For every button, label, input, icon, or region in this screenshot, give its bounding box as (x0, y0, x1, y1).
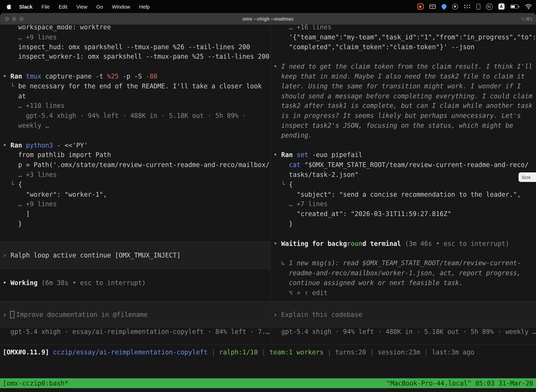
wifi-icon[interactable] (525, 4, 532, 9)
input-source-icon[interactable]: A (498, 3, 504, 9)
text-segment: (6m 38s • esc to interrupt) (38, 279, 146, 286)
prompt-input-right[interactable]: › Explain this codebase (271, 301, 536, 328)
terminal-line: should send a message before completing … (273, 91, 536, 101)
screen-recording-stop-icon[interactable] (417, 3, 423, 9)
prompt-input-left[interactable]: › Improve documentation in @filename (0, 301, 270, 328)
text-segment: gpt-5.4 xhigh · essay/ai-reimplementatio… (3, 328, 270, 335)
screen: Slack FileEditViewGoWindowHelp 61 A (0, 0, 536, 392)
screen-capture-overlay[interactable]: Scre (519, 173, 536, 182)
window-titlebar[interactable]: × − + omx --xhigh --madmax ⌥⌘1 (0, 13, 536, 25)
menu-item-window[interactable]: Window (107, 4, 134, 9)
text-segment: › (3, 252, 10, 259)
text-segment (49, 349, 53, 356)
terminal-line: ⌥ + ↑ edit (273, 288, 536, 298)
menu-items: FileEditViewGoWindowHelp (37, 4, 154, 9)
menu-item-go[interactable]: Go (92, 4, 107, 9)
terminal-line: workspace_mode: worktree (3, 25, 270, 32)
text-segment: • (273, 240, 281, 247)
tmux-status-bar: [omx-cczip0:bash* "MacBook-Pro-44.local"… (0, 378, 536, 388)
tmux-host-clock-label: "MacBook-Pro-44.local" 05:03 31-Mar-26 (386, 380, 533, 387)
dots-grid-icon[interactable] (464, 4, 471, 9)
text-segment: • (3, 279, 10, 286)
text-segment: | (366, 349, 378, 356)
text-segment (293, 151, 297, 159)
text-segment: └ (3, 83, 18, 90)
app-menu-slack[interactable]: Slack (15, 4, 37, 9)
prompt-chevron: › (273, 311, 277, 318)
text-segment: └ (3, 181, 18, 188)
apple-logo-icon[interactable] (7, 4, 12, 9)
prompt-placeholder: Improve documentation in @filename (16, 311, 148, 318)
text-segment: cat (289, 161, 301, 168)
model-status-right: gpt-5.4 xhigh · 94% left · 488K in · 5.1… (271, 327, 536, 337)
terminal-log-right: … +16 lines '{"team_name":"my-team","tas… (271, 25, 536, 298)
text-segment: | (324, 349, 335, 356)
text-segment: … +110 lines (3, 102, 65, 109)
window-shortcut-hint: ⌥⌘1 (521, 16, 532, 21)
text-segment: … +9 lines (3, 201, 57, 208)
phone-icon[interactable] (476, 4, 480, 9)
terminal-line: later. Using the same for transition mig… (273, 81, 536, 91)
text-segment: keep that in mind. Maybe I also need the… (273, 73, 525, 80)
text-segment: inspect task2's JSON, focusing on the st… (273, 122, 513, 129)
text-segment: session:23m (378, 349, 420, 356)
text-segment: … +16 lines (273, 25, 331, 31)
menu-item-file[interactable]: File (37, 4, 54, 9)
terminal-line: … +16 lines (273, 25, 536, 32)
text-segment: "created_at": "2026-03-31T11:59:27.816Z" (273, 210, 451, 218)
text-segment: inspect_worker-1: omx sparkshell --tmux-… (3, 53, 270, 60)
menu-item-edit[interactable]: Edit (54, 4, 72, 9)
text-segment: | (208, 349, 219, 356)
text-segment: turns:20 (335, 349, 366, 356)
text-segment: ↳ (273, 260, 289, 267)
text-segment: capture-pane -t (41, 73, 107, 80)
droplet-app-icon[interactable] (440, 3, 447, 10)
text-segment: team:1 workers (269, 349, 324, 356)
terminal-line: pending. (273, 131, 536, 140)
tmux-session-label: [omx-cczip0:bash* (3, 380, 69, 387)
text-cursor (10, 311, 14, 318)
text-segment: | (258, 349, 269, 356)
terminal-line: • I need to get the claim token from the… (273, 62, 536, 72)
zoom-button[interactable]: + (19, 17, 24, 21)
menu-item-view[interactable]: View (72, 4, 92, 9)
text-segment: d terminal (362, 240, 401, 247)
text-segment: python3 (26, 142, 53, 149)
text-segment: Working (10, 279, 38, 286)
zoom-icon: + (20, 17, 22, 20)
menu-item-help[interactable]: Help (135, 4, 154, 9)
terminal-line (273, 52, 536, 62)
dot (467, 5, 468, 6)
terminal-line: readme-and-reco/mailbox/worker-1.json, a… (273, 268, 536, 278)
text-segment: p = Path('.omx/state/team/review-current… (3, 161, 270, 168)
text-segment: tmux (26, 73, 41, 80)
omx-status-line: [OMX#0.11.9] cczip/essay/ai-reimplementa… (0, 348, 474, 357)
terminal-line: … +7 lines (273, 200, 536, 209)
terminal-panes: workspace_mode: worktree … +9 lines insp… (0, 25, 536, 345)
battery-percent-badge[interactable]: 61 (486, 3, 492, 10)
text-segment: last:3m ago (432, 349, 474, 356)
terminal-line: from pathlib import Path (3, 150, 270, 160)
terminal-line: … +3 lines (3, 170, 270, 180)
text-segment: … +3 lines (3, 171, 57, 178)
terminal-line: ↳ 1 new msg(s): read $OMX_TEAM_STATE_ROO… (273, 258, 536, 268)
terminal-line: "worker": "worker-1", (3, 190, 270, 200)
window-grid-icon[interactable] (429, 4, 436, 9)
battery-icon[interactable] (510, 5, 519, 9)
text-segment: cczip/essay/ai-reimplementation-copyleft (53, 349, 207, 356)
pane-right: … +16 lines '{"team_name":"my-team","tas… (271, 25, 536, 345)
window-title: omx --xhigh --madmax (243, 16, 293, 21)
traffic-lights: × − + (5, 13, 24, 25)
terminal-line: weekly … (3, 121, 270, 131)
close-button[interactable]: × (5, 17, 9, 21)
terminal-line: └ { (273, 180, 536, 190)
terminal-line: keep that in mind. Maybe I also need the… (273, 72, 536, 81)
minimize-button[interactable]: − (12, 17, 16, 21)
terminal-line: tasks/task-2.json" (273, 170, 536, 180)
text-segment: gpt-5.4 xhigh · 94% left · 488K in · 5.1… (273, 328, 536, 335)
terminal-line: at (3, 91, 270, 101)
menu-bar: Slack FileEditViewGoWindowHelp 61 A (0, 0, 536, 13)
circle-app-icon[interactable] (452, 4, 458, 9)
terminal-line: • Waiting for background terminal (3m 46… (273, 239, 536, 249)
text-segment: (3m 46s • esc to interrupt) (401, 240, 509, 247)
